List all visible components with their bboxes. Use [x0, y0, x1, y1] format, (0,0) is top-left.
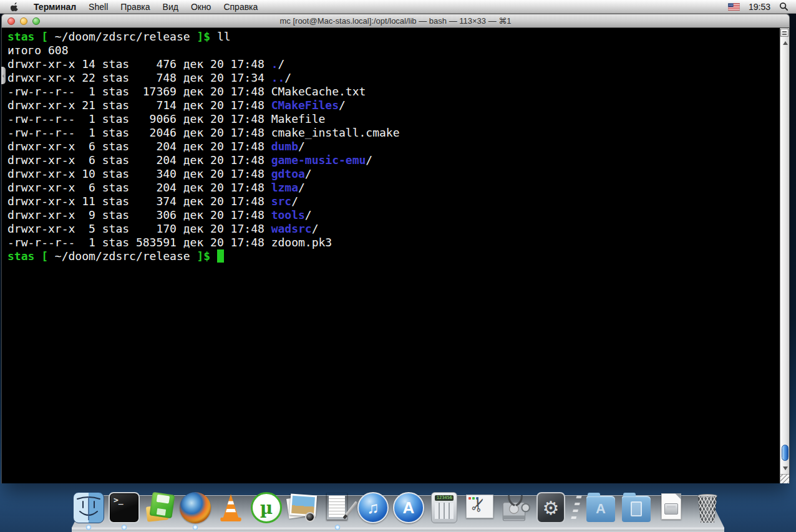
terminal-line: итого 608	[7, 44, 780, 57]
applications-folder-icon: A	[586, 496, 615, 522]
documents-stack-icon	[656, 492, 687, 523]
menu-shell[interactable]: Shell	[82, 0, 114, 14]
terminal-line: -rw-r--r-- 1 stas 2046 дек 20 17:48 cmak…	[7, 126, 780, 140]
green-floppy-icon	[144, 492, 175, 523]
dock-item-documents-stack[interactable]	[656, 492, 687, 523]
dock-item-utorrent[interactable]: µ	[251, 492, 282, 523]
finder-icon	[73, 492, 104, 523]
menu-edit[interactable]: Правка	[114, 0, 156, 14]
menu-view[interactable]: Вид	[157, 0, 185, 14]
terminal-line: drwxr-xr-x 5 stas 170 дек 20 17:48 wadsr…	[7, 222, 780, 236]
firefox-icon	[180, 492, 211, 523]
iphoto-icon	[286, 492, 318, 523]
dock-item-vlc[interactable]	[215, 492, 246, 523]
apple-logo-icon	[11, 2, 19, 11]
dock-item-finder[interactable]	[73, 492, 104, 523]
dock-front-edge	[72, 528, 724, 532]
dock-item-calculator[interactable]: 123456	[429, 492, 460, 523]
documents-folder-icon	[622, 496, 651, 522]
terminal-line: -rw-r--r-- 1 stas 17369 дек 20 17:48 CMa…	[7, 85, 780, 99]
terminal-line: drwxr-xr-x 10 stas 340 дек 20 17:48 gdto…	[7, 167, 780, 181]
dock-item-terminal[interactable]: >_	[109, 492, 140, 523]
scrollbar[interactable]	[780, 28, 789, 483]
grab-icon: ✂	[464, 492, 495, 523]
running-indicator	[122, 525, 127, 530]
running-indicator	[86, 525, 92, 530]
terminal-screen[interactable]: stas [ ~/doom/zdsrc/release ]$ llитого 6…	[2, 28, 780, 483]
disk-utility-icon	[500, 492, 531, 523]
running-indicator	[335, 525, 341, 530]
dock-item-itunes[interactable]: ♫	[357, 492, 389, 523]
dock-item-iphoto[interactable]	[286, 492, 318, 523]
terminal-line: drwxr-xr-x 6 stas 204 дек 20 17:48 lzma/	[7, 181, 780, 195]
trash-icon	[692, 492, 723, 523]
split-pane-icon[interactable]	[780, 29, 789, 37]
dock-item-firefox[interactable]	[180, 492, 211, 523]
terminal-app-icon: >_	[109, 492, 140, 523]
terminal-line: drwxr-xr-x 6 stas 204 дек 20 17:48 game-…	[7, 153, 780, 167]
menu-window[interactable]: Окно	[185, 0, 218, 14]
terminal-line: drwxr-xr-x 14 stas 476 дек 20 17:48 ./	[7, 57, 780, 71]
resize-grip[interactable]	[780, 474, 789, 483]
scroll-down-icon[interactable]	[780, 463, 790, 473]
textedit-icon	[322, 492, 353, 523]
minimize-button[interactable]	[20, 17, 27, 25]
window-edge-tab[interactable]: ‹	[1, 67, 6, 84]
terminal-window: mc [root@Mac-stas.local]:/opt/local/lib …	[1, 14, 790, 483]
traffic-lights	[7, 17, 40, 25]
scroll-up-icon[interactable]	[780, 39, 790, 48]
dock-item-textedit[interactable]	[322, 492, 353, 523]
dock-item-trash[interactable]	[692, 492, 723, 523]
itunes-icon: ♫	[357, 492, 389, 523]
terminal-body: stas [ ~/doom/zdsrc/release ]$ llитого 6…	[1, 28, 790, 483]
dock-item-grab[interactable]: ✂	[464, 492, 495, 523]
terminal-line: drwxr-xr-x 21 stas 714 дек 20 17:48 CMak…	[7, 99, 780, 112]
running-indicator	[193, 525, 198, 530]
terminal-line: drwxr-xr-x 11 stas 374 дек 20 17:48 src/	[7, 195, 780, 208]
dock-item-documents-folder[interactable]	[621, 492, 652, 523]
terminal-line: stas [ ~/doom/zdsrc/release ]$ ll	[7, 30, 780, 44]
dock-separator[interactable]	[571, 493, 581, 523]
menu-help[interactable]: Справка	[217, 0, 264, 14]
terminal-line: -rw-r--r-- 1 stas 583591 дек 20 17:48 zd…	[7, 236, 780, 249]
utorrent-icon: µ	[251, 492, 282, 523]
terminal-line: drwxr-xr-x 9 stas 306 дек 20 17:48 tools…	[7, 208, 780, 222]
zoom-button[interactable]	[32, 17, 40, 25]
disk-image-icon	[664, 503, 678, 515]
dock-item-disk-utility[interactable]	[500, 492, 531, 523]
spotlight-icon[interactable]	[779, 2, 789, 11]
camera-lens-icon	[305, 512, 315, 522]
app-store-icon: A	[393, 492, 424, 523]
menu-terminal[interactable]: Терминал	[27, 0, 82, 14]
dock-item-system-preferences[interactable]: ⚙	[535, 492, 566, 523]
dock-icons: >_ µ	[72, 492, 724, 523]
document-glyph-icon	[631, 501, 642, 516]
window-titlebar[interactable]: mc [root@Mac-stas.local]:/opt/local/lib …	[1, 14, 790, 28]
menubar-clock[interactable]: 19:53	[749, 2, 770, 12]
dock: >_ µ	[72, 488, 724, 532]
us-flag-icon[interactable]	[728, 3, 740, 11]
menu-bar: Терминал Shell Правка Вид Окно Справка 1…	[0, 0, 796, 14]
vlc-cone-icon	[215, 492, 246, 523]
terminal-line: drwxr-xr-x 22 stas 748 дек 20 17:34 ../	[7, 71, 780, 85]
window-title: mc [root@Mac-stas.local]:/opt/local/lib …	[2, 16, 789, 26]
terminal-line: stas [ ~/doom/zdsrc/release ]$	[7, 249, 780, 263]
desktop: { "menu_bar": { "items": ["Терминал", "S…	[0, 0, 796, 532]
calculator-icon: 123456	[431, 492, 457, 523]
scrollbar-thumb[interactable]	[782, 445, 789, 461]
terminal-line: drwxr-xr-x 6 stas 204 дек 20 17:48 dumb/	[7, 140, 780, 153]
dock-item-green-disk-app[interactable]	[144, 492, 175, 523]
dock-item-app-store[interactable]: A	[393, 492, 424, 523]
dock-item-applications-folder[interactable]: A	[585, 492, 616, 523]
close-button[interactable]	[7, 17, 15, 25]
apple-menu[interactable]	[7, 2, 21, 11]
gear-icon: ⚙	[536, 492, 565, 523]
terminal-line: -rw-r--r-- 1 stas 9066 дек 20 17:48 Make…	[7, 112, 780, 126]
